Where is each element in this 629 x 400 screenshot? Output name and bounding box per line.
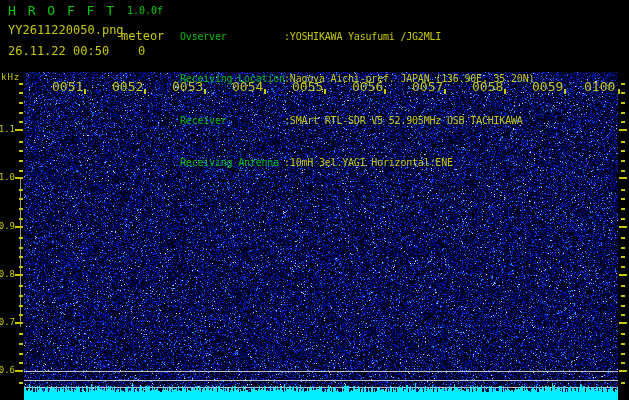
- app-title: H R O F F T: [8, 3, 116, 18]
- info-row-observer: Ovserver:YOSHIKAWA Yasufumi /JG2MLI: [180, 30, 620, 44]
- freq-label-0-8: 0.8: [0, 269, 15, 279]
- time-label-0100: 0100: [584, 79, 615, 94]
- mode-label: meteor: [121, 29, 164, 43]
- receiver-label: Receiver: [180, 114, 284, 128]
- freq-label-1-0: 1.0: [0, 172, 15, 182]
- freq-label-0-7: 0.7: [0, 317, 15, 327]
- antenna-value: :10mH 3el.YAGI Horizontal:ENE: [284, 157, 453, 168]
- freq-label-1-1: 1.1: [0, 124, 15, 134]
- freq-label-0-9: 0.9: [0, 221, 15, 231]
- station-info: Ovserver:YOSHIKAWA Yasufumi /JG2MLI Rece…: [180, 2, 620, 198]
- time-label-0054: 0054: [232, 79, 263, 94]
- time-label-0055: 0055: [292, 79, 323, 94]
- hrofft-screen: H R O F F T 1.0.0f YY2611220050.png mete…: [0, 0, 629, 400]
- time-label-0057: 0057: [412, 79, 443, 94]
- info-row-antenna: Receiving Antenna:10mH 3el.YAGI Horizont…: [180, 156, 620, 170]
- observer-label: Ovserver: [180, 30, 284, 44]
- app-version: 1.0.0f: [127, 5, 163, 16]
- freq-label-0-6: 0.6: [0, 365, 15, 375]
- time-label-0056: 0056: [352, 79, 383, 94]
- time-label-0052: 0052: [112, 79, 143, 94]
- antenna-label: Receiving Antenna: [180, 156, 284, 170]
- meteor-count-value: 0: [138, 44, 145, 58]
- filename-label: YY2611220050.png: [8, 23, 124, 37]
- time-label-0051: 0051: [52, 79, 83, 94]
- khz-unit-label: kHz: [1, 72, 20, 82]
- datetime-label: 26.11.22 00:50: [8, 44, 109, 58]
- time-label-0053: 0053: [172, 79, 203, 94]
- receiver-value: :SMArt RTL-SDR V5 52.905MHz USB TACHIKAW…: [284, 115, 523, 126]
- info-row-receiver: Receiver:SMArt RTL-SDR V5 52.905MHz USB …: [180, 114, 620, 128]
- observer-value: :YOSHIKAWA Yasufumi /JG2MLI: [284, 31, 441, 42]
- time-label-0059: 0059: [532, 79, 563, 94]
- time-label-0058: 0058: [472, 79, 503, 94]
